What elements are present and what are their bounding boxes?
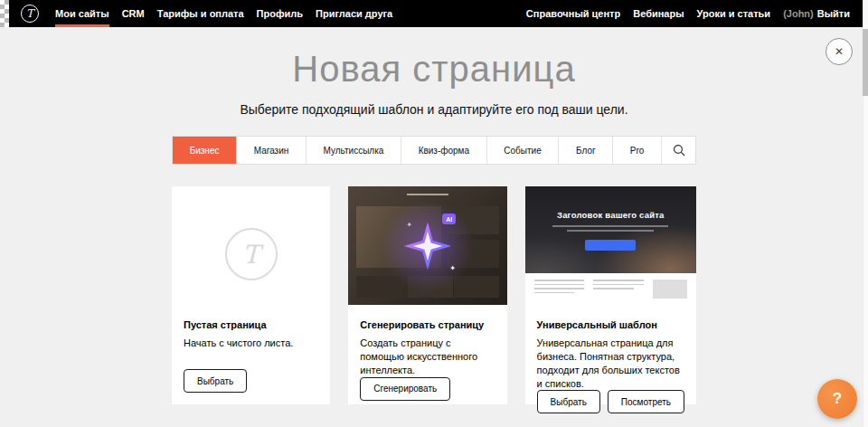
nav-left: Мои сайты CRM Тарифы и оплата Профиль Пр… <box>55 0 392 27</box>
card-blank-page: T Пустая страница Начать с чистого листа… <box>172 186 330 404</box>
tab-multilink[interactable]: Мультиссылка <box>306 137 401 164</box>
nav-logout-label: Выйти <box>817 8 850 19</box>
card-description: Начать с чистого листа. <box>184 337 318 350</box>
search-icon <box>673 144 685 157</box>
hero-text-line <box>552 225 668 227</box>
card-title: Универсальный шаблон <box>537 319 684 330</box>
hero-cta-button <box>585 240 636 251</box>
page-subtitle: Выберите подходящий шаблон и адаптируйте… <box>0 102 868 117</box>
ai-badge: AI <box>442 214 456 224</box>
text-line <box>593 288 634 289</box>
text-line <box>593 280 644 281</box>
logo[interactable]: T <box>21 5 39 23</box>
text-column <box>593 280 644 305</box>
scrollbar-thumb[interactable] <box>863 29 868 96</box>
template-tabs: Бизнес Магазин Мультиссылка Квиз-форма С… <box>172 136 696 165</box>
sparkle-icon: ✦ <box>449 264 456 272</box>
card-body: Универсальный шаблон Универсальная стран… <box>525 305 696 425</box>
card-body: Пустая страница Начать с чистого листа. … <box>172 305 330 404</box>
text-line <box>534 292 575 294</box>
scrollbar-track[interactable] <box>863 0 868 427</box>
template-grid: T Пустая страница Начать с чистого листа… <box>172 186 696 404</box>
card-actions: Сгенерировать <box>360 377 495 401</box>
tab-business[interactable]: Бизнес <box>173 137 236 164</box>
text-line <box>534 288 585 289</box>
tab-search[interactable] <box>661 137 695 164</box>
tab-shop[interactable]: Магазин <box>236 137 306 164</box>
close-icon: ✕ <box>835 45 844 58</box>
card-title: Сгенерировать страницу <box>360 319 495 330</box>
tab-event[interactable]: Событие <box>486 137 559 164</box>
help-button[interactable]: ? <box>817 379 857 419</box>
close-button[interactable]: ✕ <box>826 38 853 65</box>
tab-pro[interactable]: Pro <box>612 137 661 164</box>
nav-profile[interactable]: Профиль <box>257 0 303 27</box>
nav-webinars[interactable]: Вебинары <box>633 0 684 27</box>
card-title: Пустая страница <box>184 319 318 330</box>
tilda-logo-circle-icon: T <box>225 228 278 280</box>
blank-page-preview[interactable]: T <box>172 186 330 305</box>
nav-crm[interactable]: CRM <box>122 0 145 27</box>
nav-right: Справочный центр Вебинары Уроки и статьи… <box>526 0 850 27</box>
ai-generate-preview[interactable]: AI ✦ ✦ <box>348 186 506 305</box>
text-line <box>534 284 585 286</box>
transparency-checker <box>0 0 9 27</box>
card-actions: Выбрать <box>184 369 318 393</box>
card-actions: Выбрать Посмотреть <box>537 390 684 413</box>
tab-quiz-form[interactable]: Квиз-форма <box>401 137 486 164</box>
universal-template-preview[interactable]: Заголовок вашего сайта <box>525 186 696 305</box>
card-description: Универсальная страница для бизнеса. Поня… <box>537 337 684 390</box>
top-nav: T Мои сайты CRM Тарифы и оплата Профиль … <box>0 0 868 27</box>
card-ai-generate: AI ✦ ✦ Сгенерировать страницу Создать ст… <box>348 186 506 404</box>
text-line <box>593 284 644 286</box>
card-universal-template: Заголовок вашего сайта <box>525 186 696 404</box>
nav-lessons[interactable]: Уроки и статьи <box>697 0 771 27</box>
tab-blog[interactable]: Блог <box>558 137 612 164</box>
nav-username: (John) <box>783 8 814 19</box>
generate-button[interactable]: Сгенерировать <box>360 377 450 401</box>
nav-my-sites[interactable]: Мои сайты <box>55 0 109 27</box>
page-title: Новая страница <box>0 49 868 90</box>
template-hero-title: Заголовок вашего сайта <box>525 186 696 220</box>
nav-tariffs[interactable]: Тарифы и оплата <box>157 0 244 27</box>
select-blank-button[interactable]: Выбрать <box>184 369 247 393</box>
template-text-section <box>525 273 696 305</box>
hero-text-line <box>567 230 654 232</box>
card-description: Создать страницу с помощью искусственног… <box>360 337 495 377</box>
image-placeholder <box>653 280 687 299</box>
text-column <box>534 280 585 305</box>
nav-help-center[interactable]: Справочный центр <box>526 0 620 27</box>
select-universal-button[interactable]: Выбрать <box>537 390 600 413</box>
card-body: Сгенерировать страницу Создать страницу … <box>348 305 506 413</box>
nav-logout[interactable]: (John)Выйти <box>783 0 850 27</box>
preview-universal-button[interactable]: Посмотреть <box>608 390 684 413</box>
text-line <box>534 280 585 281</box>
template-hero: Заголовок вашего сайта <box>525 186 696 273</box>
sparkle-icon: ✦ <box>406 221 412 229</box>
nav-invite-friend[interactable]: Пригласи друга <box>316 0 392 27</box>
